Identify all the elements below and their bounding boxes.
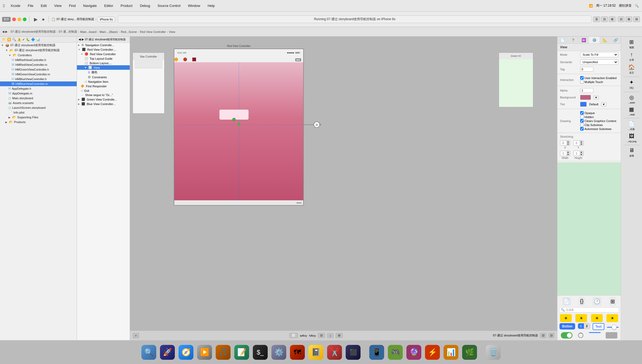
breadcrumb-item-5[interactable]: Red...Scene <box>121 30 137 33</box>
background-color-swatch[interactable] <box>580 95 591 100</box>
sidebar-item-folder-main[interactable]: ▼ 📂 07-通过 storyboard使用导航控制器 <box>0 48 77 53</box>
report-icon[interactable]: 📊 <box>36 38 40 41</box>
sidebar-item-hmbluevc-m[interactable]: M HMBlueViewController.m <box>0 81 77 86</box>
identity-tab[interactable]: 🆔 <box>579 37 589 44</box>
stretch-x-up[interactable]: ▲ <box>566 141 570 143</box>
editor-assistant[interactable]: ⊞ <box>626 16 632 22</box>
outline-item-bottom-layout[interactable]: ⬜ Bottom Layout.... <box>77 61 130 65</box>
comp-yellow-1[interactable]: ☀ <box>560 314 572 322</box>
breadcrumb-item-7[interactable]: View <box>169 30 175 33</box>
dock-app-4[interactable]: ⚡ <box>424 344 440 360</box>
far-right-item-7[interactable]: 📄 ...试卷 <box>628 120 635 131</box>
clears-graphics-checkbox[interactable] <box>580 119 584 123</box>
outline-item-first-responder[interactable]: 🔶 First Responder <box>77 84 130 88</box>
sidebar-item-infoplist[interactable]: 📄 Info.plist <box>0 110 77 115</box>
canvas-button-element[interactable] <box>219 110 249 120</box>
phone-frame[interactable]: 9:41 AM ●●●●● WiFi ■■■ <box>174 49 304 206</box>
comp-text[interactable]: Text <box>593 323 604 331</box>
comp-spinner[interactable] <box>578 332 584 339</box>
stretch-w-down[interactable]: ▼ <box>566 153 570 156</box>
far-right-item-8[interactable]: 🖼 ...nip.png <box>627 133 636 143</box>
comp-slider[interactable] <box>607 323 619 331</box>
sidebar-item-assets[interactable]: 🗂 Assets.xcassets <box>0 101 77 105</box>
help-tab[interactable]: ? <box>568 37 579 44</box>
segue-arrow[interactable]: ⊡ <box>303 122 321 128</box>
menu-debug[interactable]: Debug <box>138 3 151 8</box>
source-control-icon[interactable]: 🔀 <box>7 38 11 41</box>
sidebar-item-products[interactable]: ▶ 📂 Products <box>0 120 77 124</box>
dock-trash[interactable]: 🗑️ <box>485 344 501 360</box>
breadcrumb-item-4[interactable]: Main....(Base) <box>99 30 118 33</box>
clip-subviews-label[interactable]: Clip Subviews <box>580 123 616 127</box>
menu-file[interactable]: File <box>26 3 35 8</box>
scheme-selector[interactable]: 07-通过 story....用导航控制器 <box>57 17 94 21</box>
device-selector[interactable]: iPhone 6s <box>97 17 115 22</box>
sidebar-item-hmbluevc-h[interactable]: H HMBlueViewController.h <box>0 77 77 81</box>
debug-icon[interactable]: 🐛 <box>26 38 30 41</box>
sidebar-item-hmredvc-m[interactable]: M HMRedViewController.m <box>0 62 77 67</box>
menu-source-control[interactable]: Source Control <box>156 3 182 8</box>
stretch-h-up[interactable]: ▲ <box>579 151 583 153</box>
dock-quicktime[interactable]: ▶️ <box>197 344 212 360</box>
navigator-toggle[interactable]: ☰ <box>593 16 600 22</box>
multiple-touch-checkbox[interactable] <box>580 80 584 84</box>
sidebar-item-launch-storyboard[interactable]: ◻ LaunchScreen.storyboard <box>0 105 77 110</box>
menu-window[interactable]: Window <box>186 3 202 8</box>
menu-product[interactable]: Product <box>119 3 134 8</box>
inspector-toggle[interactable]: ⊞ <box>609 16 615 22</box>
comp-stepper[interactable] <box>589 332 601 339</box>
folder-icon-btn[interactable]: 📁 <box>2 38 6 41</box>
breadcrumb-item-3[interactable]: Main...board <box>80 30 96 33</box>
outline-item-greenvc[interactable]: ▶ ⬛ Green View Controlle... <box>77 97 130 102</box>
menu-help[interactable]: Help <box>206 3 216 8</box>
far-right-item-9[interactable]: 🖥 桌面 <box>629 147 634 158</box>
user-interaction-label[interactable]: User Interaction Enabled <box>580 76 617 80</box>
menu-xcode[interactable]: Xcode <box>9 3 22 8</box>
stretch-y-up[interactable]: ▲ <box>579 141 583 143</box>
outline-item-redvc[interactable]: ▼ ⬛ Red View Controller.... <box>77 47 130 52</box>
close-button[interactable] <box>12 18 16 21</box>
phone-screen[interactable] <box>174 62 303 200</box>
dock-launchpad[interactable]: 🚀 <box>159 344 175 360</box>
semantic-select[interactable]: Unspecified <box>580 59 618 65</box>
comp-clock-icon[interactable]: 🕐 <box>593 297 601 306</box>
dock-xmind[interactable]: 🗺 <box>289 344 305 360</box>
breakpoint-icon[interactable]: 🔷 <box>31 38 35 41</box>
add-constraint-btn[interactable]: + <box>133 333 139 338</box>
breadcrumb-item-2[interactable]: 07-通...控制器 <box>59 30 77 34</box>
far-right-item-5[interactable]: ◎ ...aster <box>628 94 635 104</box>
mode-select[interactable]: Scale To Fill <box>580 52 618 57</box>
stop-button[interactable]: ■ <box>41 17 46 22</box>
issue-icon[interactable]: ⚠️ <box>17 38 21 41</box>
test-icon[interactable]: ✓ <box>22 38 25 41</box>
menu-edit[interactable]: Edit <box>39 3 48 8</box>
file-inspector-tab[interactable]: 📄 <box>557 37 568 44</box>
dock-instruments[interactable]: 🎵 <box>215 344 231 360</box>
outline-item-color[interactable]: B 颜色 <box>77 70 130 75</box>
pin-btn[interactable]: ⊟ <box>336 333 343 338</box>
dock-sysprefs[interactable]: ⚙️ <box>271 344 287 360</box>
far-right-item-6[interactable]: ▦ ...etail <box>628 106 635 116</box>
menu-find[interactable]: Find <box>67 3 77 8</box>
editor-version[interactable]: ⊟ <box>633 16 640 22</box>
outline-item-redvc-scene[interactable]: ▼ 🔴 Red View Controller <box>77 52 130 56</box>
comp-grid-icon[interactable]: ⊞ <box>609 297 616 306</box>
comp-segmented[interactable]: 1 2 <box>578 323 590 331</box>
size-tab[interactable]: 📐 <box>600 37 610 44</box>
sidebar-item-appdelegate-h[interactable]: H AppDelegate.h <box>0 86 77 91</box>
zoom-in-btn[interactable]: ⊡ <box>540 333 546 338</box>
menu-view[interactable]: View <box>53 3 63 8</box>
forward-icon[interactable]: ▶ <box>5 30 7 33</box>
align-btn[interactable]: ↕ <box>327 333 333 338</box>
connections-tab[interactable]: 🔗 <box>610 37 621 44</box>
maximize-button[interactable] <box>23 18 27 21</box>
far-right-item-1[interactable]: ⊞ 视图 <box>629 39 634 49</box>
sidebar-item-hmgreenvc-m[interactable]: M HMGreenViewController.m <box>0 72 77 77</box>
outline-item-view[interactable]: ▼ ⬜ View <box>77 65 130 70</box>
hidden-label[interactable]: Hidden <box>580 115 616 119</box>
comp-button[interactable]: Button <box>559 323 575 331</box>
dock-app-2[interactable]: 🎮 <box>387 344 403 360</box>
dock-app-6[interactable]: 🌿 <box>462 344 478 360</box>
user-interaction-checkbox[interactable] <box>580 76 584 80</box>
input-method[interactable]: 搜狂拼音 <box>619 3 632 8</box>
